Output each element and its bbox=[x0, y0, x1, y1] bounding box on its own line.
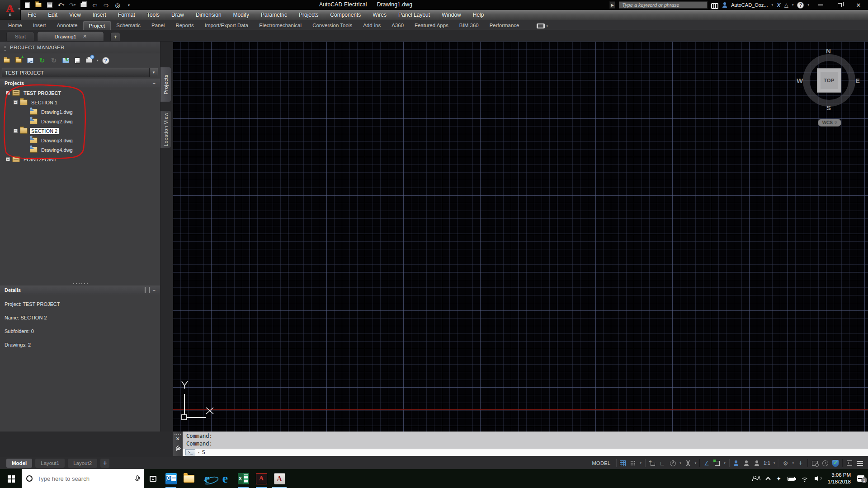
details-preview-icon[interactable] bbox=[149, 287, 150, 293]
palette-help-icon[interactable]: ? bbox=[102, 57, 109, 64]
plot-publish-icon[interactable] bbox=[85, 56, 93, 65]
object-snap-icon[interactable] bbox=[713, 459, 721, 467]
forward-arrow-icon[interactable]: ⇨ bbox=[103, 1, 110, 9]
ribbon-tab[interactable]: Home bbox=[3, 21, 28, 30]
tree-item[interactable]: Drawing4.dwg bbox=[0, 145, 160, 155]
scale-caret-icon[interactable]: ▾ bbox=[774, 461, 775, 465]
menu-item[interactable]: Panel Layout bbox=[392, 10, 436, 20]
close-command-icon[interactable]: ✕ bbox=[173, 436, 183, 442]
volume-icon[interactable] bbox=[815, 476, 821, 481]
tree-item[interactable]: − SECTION 1 bbox=[0, 98, 160, 107]
command-input-value[interactable]: S bbox=[202, 449, 205, 455]
menu-item[interactable]: Edit bbox=[42, 10, 63, 20]
snap-mode-icon[interactable] bbox=[648, 459, 656, 467]
account-label[interactable]: AutoCAD_Ooz... bbox=[731, 2, 768, 8]
snap-grid-icon[interactable] bbox=[630, 459, 637, 467]
clock-date[interactable]: 3:06 PM 1/18/2018 bbox=[828, 472, 851, 485]
sheet-set-icon[interactable]: ◎ bbox=[114, 1, 121, 9]
drawing-file-tab[interactable]: Drawing1 ✕ bbox=[37, 31, 104, 41]
ribbon-tab[interactable]: Electromechanical bbox=[254, 21, 307, 30]
tree-item[interactable]: Drawing3.dwg bbox=[0, 136, 160, 145]
wcs-dropdown[interactable]: WCS▽ bbox=[818, 119, 841, 127]
menu-item[interactable]: Draw bbox=[165, 10, 190, 20]
new-file-icon[interactable] bbox=[24, 1, 31, 9]
tree-item[interactable]: − TEST PROJECT bbox=[0, 88, 160, 98]
ribbon-display-toggle[interactable]: ▾ bbox=[537, 23, 548, 28]
model-space-button[interactable]: MODEL bbox=[590, 460, 612, 466]
new-drawing-tab-button[interactable]: + bbox=[110, 32, 120, 41]
tree-toggle-icon[interactable]: − bbox=[14, 129, 18, 133]
open-project-icon[interactable] bbox=[3, 56, 11, 65]
qat-overflow-caret-icon[interactable]: ▾ bbox=[125, 1, 132, 9]
isolate-objects-icon[interactable] bbox=[811, 459, 818, 467]
project-selector-combo[interactable]: TEST PROJECT ▼ bbox=[2, 68, 158, 77]
palette-title[interactable]: PROJECT MANAGER bbox=[0, 42, 160, 53]
snap-caret-icon[interactable]: ▾ bbox=[640, 461, 642, 465]
collapse-details-icon[interactable]: − bbox=[153, 287, 156, 293]
autocad-app-menu-button[interactable]: A E ▾ bbox=[0, 0, 21, 20]
ribbon-tab[interactable]: Panel bbox=[146, 21, 170, 30]
drawing-canvas[interactable]: N W E S TOP WCS▽ bbox=[173, 42, 868, 432]
command-prompt-icon[interactable]: >_ bbox=[185, 449, 195, 455]
taskbar-search[interactable] bbox=[22, 469, 144, 488]
microphone-icon[interactable] bbox=[135, 475, 139, 482]
menu-item[interactable]: Insert bbox=[87, 10, 112, 20]
collapse-projects-icon[interactable]: − bbox=[153, 80, 156, 86]
command-dock-grip[interactable]: ✕ bbox=[173, 432, 183, 456]
side-tab-projects[interactable]: Projects bbox=[160, 67, 171, 102]
menu-item[interactable]: Components bbox=[324, 10, 367, 20]
viewcube-north[interactable]: N bbox=[826, 47, 831, 55]
customization-hamburger-icon[interactable] bbox=[856, 459, 863, 467]
command-caret-icon[interactable]: ▾ bbox=[198, 450, 200, 455]
notification-center-icon[interactable]: 1 bbox=[857, 475, 864, 482]
menu-item[interactable]: Window bbox=[436, 10, 467, 20]
polar-tracking-icon[interactable] bbox=[669, 459, 676, 467]
ribbon-tab[interactable]: Performance bbox=[484, 21, 525, 30]
ribbon-tab[interactable]: Add-ins bbox=[358, 21, 386, 30]
redo-icon[interactable]: ↷▾ bbox=[69, 1, 76, 9]
details-doc-icon[interactable] bbox=[145, 287, 146, 293]
report-doc-icon[interactable] bbox=[73, 56, 81, 65]
help-caret-icon[interactable]: ▾ bbox=[807, 3, 809, 7]
object-snap-caret-icon[interactable]: ▾ bbox=[724, 461, 726, 465]
menu-item[interactable]: File bbox=[22, 10, 42, 20]
start-button[interactable] bbox=[0, 469, 22, 488]
grid-display-icon[interactable] bbox=[619, 459, 627, 467]
restore-button[interactable] bbox=[832, 0, 847, 9]
wifi-icon[interactable] bbox=[801, 476, 808, 481]
user-account-icon[interactable] bbox=[722, 2, 727, 8]
keyword-search-input[interactable] bbox=[619, 1, 708, 9]
tree-item[interactable]: + POINT2POINT bbox=[0, 155, 160, 164]
isodraft-caret-icon[interactable]: ▾ bbox=[695, 461, 697, 465]
workspace-gear-icon[interactable]: ⚙ bbox=[782, 459, 789, 467]
plot-icon[interactable] bbox=[80, 1, 87, 9]
graphics-clock-icon[interactable] bbox=[821, 459, 829, 467]
taskbar-app-outlook[interactable]: O bbox=[162, 469, 180, 488]
palette-splitter[interactable] bbox=[0, 282, 160, 285]
a360-caret-icon[interactable]: ▾ bbox=[792, 3, 794, 7]
drawing-file-tab[interactable]: Start bbox=[6, 31, 34, 41]
menu-item[interactable]: Parametric bbox=[255, 10, 293, 20]
exchange-x-icon[interactable]: X bbox=[777, 2, 781, 9]
viewcube-south[interactable]: S bbox=[826, 104, 831, 112]
taskbar-app-internet-explorer[interactable]: e bbox=[198, 469, 216, 488]
plot-caret-icon[interactable]: ▾ bbox=[97, 59, 99, 62]
open-file-icon[interactable] bbox=[35, 1, 42, 9]
a360-triangle-icon[interactable]: △ bbox=[784, 2, 788, 8]
annotation-visibility-icon[interactable] bbox=[732, 459, 740, 467]
search-back-icon[interactable]: ▶ bbox=[609, 1, 615, 9]
taskbar-app-edge[interactable]: e bbox=[216, 469, 234, 488]
binoculars-search-icon[interactable] bbox=[711, 3, 718, 8]
tree-toggle-icon[interactable]: + bbox=[6, 157, 10, 161]
taskbar-app-autocad[interactable]: A bbox=[270, 469, 288, 488]
combo-dropdown-icon[interactable]: ▼ bbox=[149, 68, 158, 77]
viewcube-west[interactable]: W bbox=[797, 77, 803, 84]
ribbon-tab[interactable]: A360 bbox=[386, 21, 409, 30]
undo-icon[interactable]: ↶▾ bbox=[57, 1, 65, 9]
taskbar-app-file-explorer[interactable] bbox=[180, 469, 198, 488]
menu-item[interactable]: Tools bbox=[141, 10, 165, 20]
update-drawings-icon[interactable] bbox=[61, 56, 70, 65]
ribbon-tab[interactable]: Annotate bbox=[51, 21, 83, 30]
project-properties-icon[interactable] bbox=[26, 56, 34, 65]
tree-item[interactable]: Drawing1.dwg bbox=[0, 107, 160, 117]
